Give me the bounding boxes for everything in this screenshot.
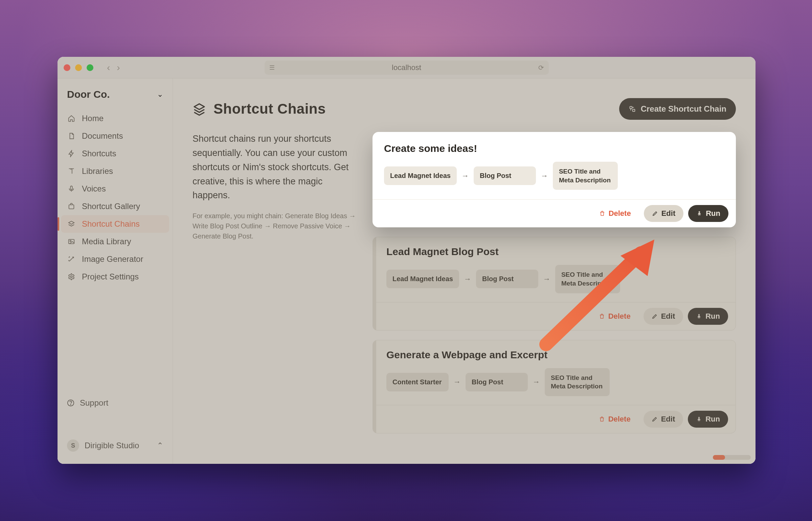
run-label: Run — [705, 415, 720, 424]
mic-icon — [67, 185, 76, 192]
bag-icon — [67, 203, 76, 210]
run-button[interactable]: Run — [688, 411, 728, 428]
content-scroll[interactable]: Shortcut Chains Create Shortcut Chain Sh… — [177, 83, 751, 460]
arrow-right-icon: → — [453, 378, 461, 386]
sidebar-item-shortcut-gallery[interactable]: Shortcut Gallery — [61, 198, 169, 215]
sidebar-item-label: Home — [82, 114, 104, 123]
window-minimize-button[interactable] — [75, 64, 82, 71]
chain-step-chip[interactable]: Blog Post — [466, 373, 528, 391]
help-icon — [67, 399, 74, 407]
book-icon — [67, 167, 76, 175]
run-button[interactable]: Run — [688, 308, 728, 325]
delete-button[interactable]: Delete — [591, 308, 639, 325]
traffic-lights — [64, 64, 93, 71]
sidebar-item-image-generator[interactable]: Image Generator — [61, 250, 169, 268]
chain-card-wrapper: Create some ideas!Lead Magnet Ideas→Blog… — [373, 132, 736, 227]
window-maximize-button[interactable] — [87, 64, 93, 71]
window-close-button[interactable] — [64, 64, 70, 71]
reader-icon: ☰ — [269, 64, 275, 71]
chain-card-wrapper: Generate a Webpage and ExcerptContent St… — [373, 340, 736, 433]
svg-point-4 — [70, 276, 72, 278]
chain-step-chip[interactable]: Lead Magnet Ideas — [386, 270, 459, 288]
bolt-icon — [67, 150, 76, 157]
delete-button[interactable]: Delete — [591, 411, 639, 428]
chain-step-chip[interactable]: Content Starter — [386, 373, 449, 391]
chain-card-actions: DeleteEditRun — [373, 199, 736, 227]
svg-rect-0 — [70, 186, 72, 190]
sidebar-item-label: Shortcuts — [82, 149, 116, 158]
wand-icon — [67, 255, 76, 263]
org-switcher[interactable]: Door Co. ⌄ — [58, 85, 173, 108]
sidebar-item-libraries[interactable]: Libraries — [61, 162, 169, 180]
chain-steps: Content Starter→Blog Post→SEO Title and … — [386, 368, 725, 396]
sidebar-item-home[interactable]: Home — [61, 110, 169, 127]
chain-step-chip[interactable]: SEO Title and Meta Description — [545, 368, 610, 396]
trash-icon — [599, 313, 605, 319]
chain-step-chip[interactable]: Lead Magnet Ideas — [384, 166, 457, 185]
edit-label: Edit — [661, 415, 675, 424]
chevron-down-icon: ⌄ — [157, 90, 163, 99]
plus-chain-icon — [629, 105, 636, 113]
trash-icon — [599, 210, 605, 217]
document-icon — [67, 132, 76, 140]
chain-card-wrapper: Lead Magnet Blog PostLead Magnet Ideas→B… — [373, 237, 736, 330]
sidebar-item-media-library[interactable]: Media Library — [61, 233, 169, 250]
sidebar-item-voices[interactable]: Voices — [61, 180, 169, 198]
edit-button[interactable]: Edit — [644, 205, 684, 222]
chain-step-chip[interactable]: SEO Title and Meta Description — [553, 162, 618, 190]
avatar: S — [67, 439, 79, 452]
edit-label: Edit — [661, 209, 676, 218]
gear-icon — [67, 273, 76, 280]
chain-step-chip[interactable]: Blog Post — [476, 270, 538, 288]
chain-card: Create some ideas!Lead Magnet Ideas→Blog… — [373, 132, 736, 227]
intro-example: For example, you might chain: Generate B… — [193, 211, 356, 241]
sidebar-item-shortcuts[interactable]: Shortcuts — [61, 145, 169, 162]
image-icon — [67, 238, 76, 245]
sidebar-item-shortcut-chains[interactable]: Shortcut Chains — [61, 215, 169, 233]
chain-title: Create some ideas! — [384, 143, 724, 154]
svg-rect-8 — [633, 109, 635, 111]
sidebar-nav: HomeDocumentsShortcutsLibrariesVoicesSho… — [58, 108, 173, 392]
chain-card-actions: DeleteEditRun — [373, 405, 736, 433]
edit-label: Edit — [661, 312, 675, 321]
browser-window: ‹ › ☰ localhost ⟳ Door Co. ⌄ HomeDocumen… — [58, 57, 755, 464]
url-text: localhost — [392, 63, 421, 72]
delete-label: Delete — [609, 209, 631, 218]
sidebar-item-project-settings[interactable]: Project Settings — [61, 268, 169, 286]
page-title: Shortcut Chains — [213, 101, 326, 117]
back-button[interactable]: ‹ — [107, 63, 110, 72]
window-titlebar: ‹ › ☰ localhost ⟳ — [58, 57, 755, 78]
chain-card: Lead Magnet Blog PostLead Magnet Ideas→B… — [373, 237, 736, 330]
sidebar-item-support[interactable]: Support — [61, 394, 169, 412]
sidebar-item-label: Shortcut Gallery — [82, 202, 140, 211]
sidebar-item-label: Media Library — [82, 237, 131, 246]
sidebar-item-label: Shortcut Chains — [82, 219, 140, 229]
address-bar[interactable]: ☰ localhost ⟳ — [265, 61, 549, 75]
svg-rect-7 — [630, 107, 632, 109]
page-header: Shortcut Chains Create Shortcut Chain — [193, 98, 736, 120]
run-label: Run — [705, 312, 720, 321]
layers-icon — [67, 220, 76, 228]
reload-icon[interactable]: ⟳ — [538, 64, 544, 72]
chain-steps: Lead Magnet Ideas→Blog Post→SEO Title an… — [384, 162, 724, 190]
content-columns: Shortcut chains run your shortcuts seque… — [193, 132, 736, 433]
edit-button[interactable]: Edit — [644, 411, 683, 428]
progress-indicator — [713, 455, 751, 460]
create-shortcut-chain-button[interactable]: Create Shortcut Chain — [619, 98, 736, 120]
arrow-right-icon: → — [533, 378, 540, 386]
account-name: Dirigible Studio — [85, 441, 139, 450]
sidebar-item-label: Documents — [82, 131, 123, 141]
account-switcher[interactable]: S Dirigible Studio ⌃ — [61, 435, 169, 459]
create-button-label: Create Shortcut Chain — [641, 104, 726, 114]
run-button[interactable]: Run — [688, 205, 728, 222]
sidebar-item-documents[interactable]: Documents — [61, 127, 169, 145]
chain-step-chip[interactable]: SEO Title and Meta Description — [555, 265, 620, 293]
forward-button[interactable]: › — [117, 63, 120, 72]
arrow-right-icon: → — [541, 172, 548, 180]
pencil-icon — [652, 416, 658, 422]
edit-button[interactable]: Edit — [644, 308, 683, 325]
sidebar-footer: Support S Dirigible Studio ⌃ — [58, 392, 173, 459]
delete-button[interactable]: Delete — [591, 205, 639, 222]
sidebar-item-label: Voices — [82, 184, 106, 194]
chain-step-chip[interactable]: Blog Post — [474, 166, 536, 185]
